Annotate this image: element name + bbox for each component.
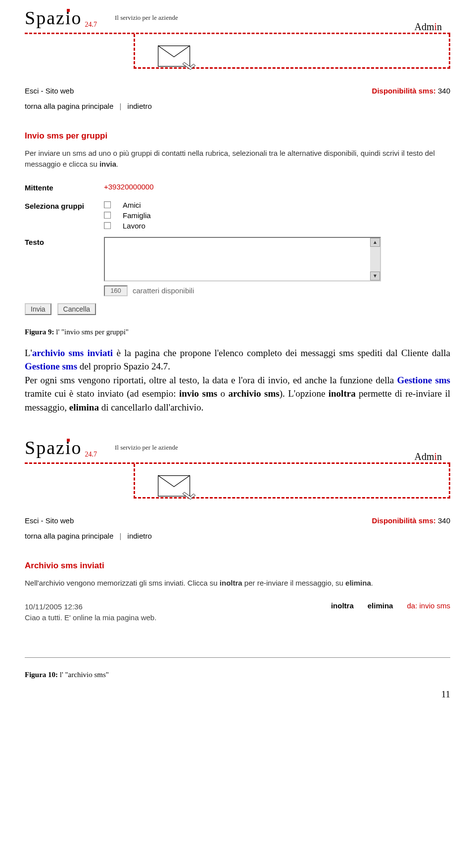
- inoltra-link[interactable]: inoltra: [331, 601, 354, 610]
- gruppi-row: Seleziona gruppi Amici Famiglia Lavoro: [25, 201, 450, 230]
- elimina-link[interactable]: elimina: [368, 601, 393, 610]
- envelope-banner: Admin: [134, 464, 450, 499]
- archive-date: 10/11/2005 12:36: [25, 602, 83, 611]
- invia-button[interactable]: Invia: [25, 303, 51, 315]
- mittente-label: Mittente: [25, 183, 104, 192]
- logo-i-dot: [67, 9, 70, 12]
- checkbox-lavoro[interactable]: [104, 222, 111, 229]
- logo: Spazio: [25, 7, 82, 29]
- testo-row: Testo ▲ ▼: [25, 237, 450, 281]
- char-counter-value: 160: [104, 285, 128, 296]
- logo-text: Spaz: [25, 7, 65, 28]
- breadcrumb-back[interactable]: indietro: [128, 102, 152, 110]
- logo-row: Spazio 24.7 Il servizio per le aziende: [25, 430, 450, 458]
- group-list: Amici Famiglia Lavoro: [104, 201, 151, 230]
- archive-from: da: invio sms: [407, 601, 450, 610]
- group-label: Amici: [123, 201, 141, 209]
- archive-entry-text: 10/11/2005 12:36 Ciao a tutti. E' online…: [25, 601, 156, 623]
- logo-i: i: [65, 7, 72, 29]
- figure-10-caption: Figura 10: l' "archivio sms": [25, 671, 450, 679]
- admin-label: Admin: [412, 21, 444, 33]
- envelope-icon: [155, 45, 199, 73]
- logo-o: o: [71, 7, 82, 28]
- sito-web-link[interactable]: Sito web: [46, 87, 74, 95]
- archive-entry: 10/11/2005 12:36 Ciao a tutti. E' online…: [25, 601, 450, 623]
- mittente-value: +39320000000: [104, 183, 154, 191]
- top-links: Esci - Sito web: [25, 87, 74, 95]
- logo-sub: 24.7: [85, 21, 97, 29]
- section-title-invio: Invio sms per gruppi: [25, 131, 450, 141]
- gruppi-label: Seleziona gruppi: [25, 201, 104, 210]
- document-paragraph: L'archivio sms inviati è la pagina che p…: [25, 346, 450, 414]
- logo-tagline: Il servizio per le aziende: [104, 7, 178, 22]
- breadcrumb: torna alla pagina principale | indietro: [25, 102, 450, 110]
- logo-row: Spazio 24.7 Il servizio per le aziende: [25, 0, 450, 29]
- breadcrumb-home[interactable]: torna alla pagina principale: [25, 532, 113, 540]
- sms-availability: Disponibilità sms: 340: [372, 87, 450, 95]
- breadcrumb-home[interactable]: torna alla pagina principale: [25, 102, 113, 110]
- screenshot-panel-2: Spazio 24.7 Il servizio per le aziende A…: [25, 430, 450, 658]
- group-label: Famiglia: [123, 211, 151, 220]
- char-counter-row: 160 caratteri disponibili: [104, 285, 450, 296]
- figure-9-caption: Figura 9: l' "invio sms per gruppi": [25, 328, 450, 336]
- mittente-row: Mittente +39320000000: [25, 183, 450, 192]
- logo: Spazio: [25, 437, 82, 458]
- admin-label: Admin: [412, 451, 444, 462]
- sms-availability-value: 340: [438, 87, 450, 95]
- section-desc-archivio: Nell'archivio vengono memorizzati gli sm…: [25, 578, 450, 589]
- testo-label: Testo: [25, 237, 104, 246]
- divider: [25, 657, 450, 658]
- esci-link[interactable]: Esci: [25, 516, 39, 525]
- section-title-archivio: Archivio sms inviati: [25, 561, 450, 571]
- group-item: Amici: [104, 201, 151, 209]
- envelope-icon: [155, 475, 199, 503]
- scroll-up-icon[interactable]: ▲: [370, 238, 380, 247]
- esci-link[interactable]: Esci: [25, 87, 39, 95]
- group-item: Famiglia: [104, 211, 151, 220]
- logo-sub: 24.7: [85, 451, 97, 458]
- checkbox-amici[interactable]: [104, 201, 111, 208]
- logo-i-dot: [67, 439, 70, 442]
- sms-availability: Disponibilità sms: 340: [372, 516, 450, 525]
- button-row: Invia Cancella: [25, 303, 450, 315]
- sito-web-link[interactable]: Sito web: [46, 516, 74, 525]
- screenshot-panel-1: Spazio 24.7 Il servizio per le aziende A…: [25, 0, 450, 315]
- top-nav: Esci - Sito web Disponibilità sms: 340: [25, 516, 450, 525]
- group-label: Lavoro: [123, 222, 145, 230]
- cancella-button[interactable]: Cancella: [57, 303, 96, 315]
- logo-tagline: Il servizio per le aziende: [104, 437, 178, 452]
- checkbox-famiglia[interactable]: [104, 212, 111, 219]
- archive-body: Ciao a tutti. E' online la mia pagina we…: [25, 613, 156, 622]
- envelope-banner: Admin: [134, 34, 450, 69]
- page-number: 11: [25, 689, 450, 700]
- top-nav: Esci - Sito web Disponibilità sms: 340: [25, 87, 450, 95]
- message-textarea[interactable]: ▲ ▼: [104, 237, 381, 281]
- section-desc-invio: Per inviare un sms ad uno o più gruppi d…: [25, 148, 450, 170]
- char-counter-label: caratteri disponibili: [133, 286, 194, 295]
- archive-actions: inoltra elimina da: invio sms: [331, 601, 450, 610]
- group-item: Lavoro: [104, 222, 151, 230]
- scrollbar[interactable]: ▲ ▼: [370, 238, 380, 280]
- scroll-down-icon[interactable]: ▼: [370, 272, 380, 280]
- breadcrumb-back[interactable]: indietro: [128, 532, 152, 540]
- breadcrumb: torna alla pagina principale | indietro: [25, 532, 450, 540]
